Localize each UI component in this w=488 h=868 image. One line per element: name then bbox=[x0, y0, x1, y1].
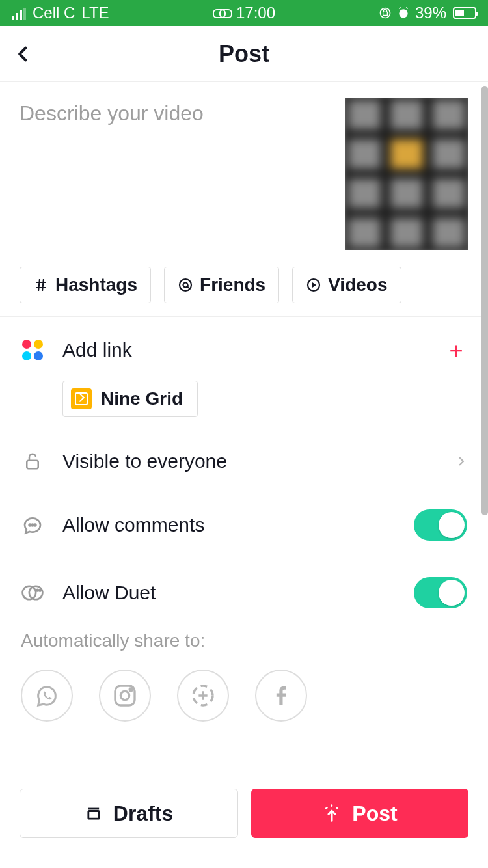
svg-point-1 bbox=[399, 9, 407, 18]
allow-duet-label: Allow Duet bbox=[62, 582, 156, 604]
videos-button[interactable]: Videos bbox=[292, 267, 401, 303]
hotspot-icon bbox=[213, 8, 231, 18]
videos-label: Videos bbox=[328, 275, 387, 295]
svg-point-2 bbox=[180, 279, 191, 291]
caption-input[interactable]: Describe your video bbox=[20, 98, 331, 250]
signal-icon bbox=[12, 7, 26, 20]
alarm-icon bbox=[397, 7, 410, 20]
battery-icon bbox=[453, 7, 476, 19]
svg-rect-5 bbox=[27, 461, 38, 469]
hashtags-label: Hashtags bbox=[55, 275, 137, 295]
play-circle-icon bbox=[306, 277, 321, 293]
share-instagram-button[interactable] bbox=[99, 670, 151, 722]
network-label: LTE bbox=[81, 4, 109, 22]
nine-grid-chip[interactable]: Nine Grid bbox=[62, 381, 198, 417]
share-section: Automatically share to: bbox=[0, 631, 488, 735]
battery-label: 39% bbox=[415, 4, 446, 22]
drafts-button[interactable]: Drafts bbox=[20, 789, 238, 838]
add-link-label: Add link bbox=[62, 339, 132, 361]
page-title: Post bbox=[219, 40, 269, 68]
post-sparkle-icon bbox=[322, 804, 342, 823]
instagram-icon bbox=[112, 683, 138, 709]
scrollbar[interactable] bbox=[481, 86, 488, 515]
nine-grid-icon bbox=[71, 388, 92, 409]
drafts-label: Drafts bbox=[113, 802, 173, 826]
whatsapp-icon bbox=[34, 683, 60, 709]
share-facebook-button[interactable] bbox=[255, 670, 307, 722]
share-title: Automatically share to: bbox=[21, 631, 467, 651]
facebook-icon bbox=[268, 683, 294, 709]
add-link-row[interactable]: Add link ＋ bbox=[0, 317, 488, 383]
story-plus-icon bbox=[190, 683, 216, 709]
allow-comments-row: Allow comments bbox=[0, 491, 488, 559]
settings-list: Add link ＋ Nine Grid Visible to everyone… bbox=[0, 316, 488, 627]
lock-open-icon bbox=[21, 450, 44, 473]
video-thumbnail[interactable] bbox=[345, 98, 468, 250]
nav-bar: Post bbox=[0, 26, 488, 82]
svg-point-7 bbox=[32, 524, 34, 526]
allow-duet-toggle[interactable] bbox=[414, 577, 467, 608]
svg-rect-17 bbox=[88, 811, 99, 819]
friends-label: Friends bbox=[200, 275, 265, 295]
clock-label: 17:00 bbox=[236, 4, 275, 22]
nine-grid-label: Nine Grid bbox=[101, 388, 183, 409]
share-story-button[interactable] bbox=[177, 670, 229, 722]
back-button[interactable] bbox=[14, 41, 33, 67]
bottom-actions: Drafts Post bbox=[20, 789, 468, 838]
comment-icon bbox=[21, 513, 44, 537]
chevron-right-icon bbox=[455, 452, 467, 470]
at-icon bbox=[178, 277, 193, 293]
svg-point-11 bbox=[36, 590, 38, 591]
visibility-row[interactable]: Visible to everyone bbox=[0, 431, 488, 491]
allow-comments-label: Allow comments bbox=[62, 514, 204, 536]
duet-icon bbox=[21, 581, 44, 604]
svg-point-12 bbox=[39, 590, 41, 591]
svg-point-6 bbox=[29, 524, 31, 526]
post-button[interactable]: Post bbox=[251, 789, 468, 838]
plus-icon: ＋ bbox=[445, 335, 467, 365]
hashtags-button[interactable]: Hashtags bbox=[20, 267, 151, 303]
friends-button[interactable]: Friends bbox=[164, 267, 279, 303]
status-bar: Cell C LTE 17:00 39% bbox=[0, 0, 488, 26]
carrier-label: Cell C bbox=[33, 4, 75, 22]
svg-point-15 bbox=[129, 688, 132, 691]
drafts-icon bbox=[85, 804, 103, 822]
visibility-label: Visible to everyone bbox=[62, 450, 227, 472]
link-color-dots-icon bbox=[21, 338, 44, 362]
svg-point-14 bbox=[120, 691, 129, 699]
allow-duet-row: Allow Duet bbox=[0, 559, 488, 627]
allow-comments-toggle[interactable] bbox=[414, 509, 467, 541]
share-whatsapp-button[interactable] bbox=[21, 670, 73, 722]
svg-point-8 bbox=[34, 524, 36, 526]
compose-section: Describe your video Hashtags Friends Vid… bbox=[0, 82, 488, 316]
post-label: Post bbox=[352, 802, 397, 826]
hashtag-icon bbox=[33, 277, 49, 293]
orientation-lock-icon bbox=[379, 7, 392, 20]
